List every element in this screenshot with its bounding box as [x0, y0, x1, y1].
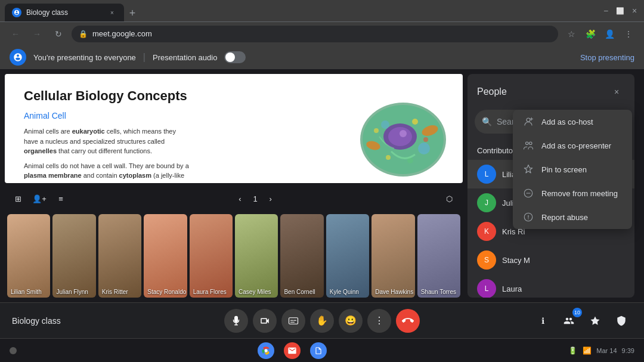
docs-app-icon[interactable]: [310, 342, 327, 359]
lock-icon: 🔒: [79, 30, 88, 38]
stop-presenting-button[interactable]: Stop presenting: [580, 53, 634, 62]
slide-controls-row: ⊞ 👤+ ≡ ‹ 1 › ⬡: [5, 188, 463, 209]
taskbar-left: [10, 347, 17, 354]
browser-toolbar: ← → ↻ 🔒 meet.google.com ☆ 🧩 👤 ⋮: [0, 21, 644, 45]
address-bar[interactable]: 🔒 meet.google.com: [72, 26, 558, 42]
presenting-text: You're presenting to everyone: [33, 53, 136, 62]
menu-item-remove[interactable]: Remove from meeting: [513, 181, 632, 205]
participant-row-stacy[interactable]: S Stacy M: [467, 246, 634, 274]
participant-name-ben: Ben Cornell: [284, 289, 315, 295]
share-button[interactable]: ⬡: [441, 190, 458, 207]
more-options-button[interactable]: ⋮: [367, 309, 391, 333]
people-button[interactable]: 10: [558, 310, 580, 332]
cohost-icon: [522, 116, 534, 128]
reload-button[interactable]: ↻: [50, 26, 67, 42]
slide-nav-controls: ‹ 1 ›: [231, 190, 278, 207]
participant-row-laura[interactable]: L Laura: [467, 274, 634, 298]
participant-photo-dave: [371, 214, 414, 298]
pin-icon: [522, 163, 534, 175]
next-slide-button[interactable]: ›: [262, 190, 279, 207]
menu-item-report[interactable]: Report abuse: [513, 205, 632, 229]
grid-view-button[interactable]: ⊞: [10, 190, 26, 207]
participant-tile-kyle: Kyle Quinn: [326, 214, 369, 298]
slide-number: 1: [253, 194, 257, 203]
participant-name-kyle: Kyle Quinn: [330, 289, 359, 295]
svg-point-9: [412, 119, 418, 125]
menu-label-add-copresenter: Add as co-presenter: [541, 141, 611, 150]
menu-item-add-cohost[interactable]: Add as co-host: [513, 110, 632, 134]
browser-titlebar: Biology class × + − ⬜ ×: [0, 0, 644, 21]
info-button[interactable]: ℹ: [532, 310, 553, 332]
reactions-button[interactable]: 😀: [339, 309, 363, 333]
captions-button[interactable]: [281, 309, 305, 333]
tab-group: Biology class × +: [5, 0, 141, 21]
activities-button[interactable]: [584, 310, 606, 332]
participant-tile-julian: Julian Flynn: [52, 214, 95, 298]
slide-container: Cellular Biology Concepts Animal Cell An…: [5, 74, 463, 183]
participant-tile-shaun: Shaun Torres: [417, 214, 460, 298]
participant-photo-ben: [280, 214, 323, 298]
participant-row-name-laura: Laura: [502, 284, 625, 293]
separator: |: [143, 52, 145, 63]
extensions-button[interactable]: 🧩: [582, 26, 599, 42]
taskbar: 🔋 📶 Mar 14 9:39: [0, 338, 644, 362]
chrome-app-icon[interactable]: [258, 342, 274, 359]
taskbar-date: Mar 14: [596, 347, 617, 354]
participant-tile-kris: Kris Ritter: [98, 214, 141, 298]
meet-content: Cellular Biology Concepts Animal Cell An…: [0, 69, 644, 302]
panel-close-button[interactable]: ×: [608, 83, 625, 100]
menu-label-remove: Remove from meeting: [541, 189, 618, 198]
copresenter-icon: [522, 140, 534, 151]
participant-photo-laura: [190, 214, 233, 298]
bookmark-star-button[interactable]: ☆: [563, 26, 580, 42]
mic-button[interactable]: [224, 309, 248, 333]
raise-hand-button[interactable]: ✋: [310, 309, 334, 333]
slide-body: Animal cells are eukaryotic cells, which…: [24, 126, 191, 183]
active-tab[interactable]: Biology class ×: [5, 4, 124, 21]
svg-point-11: [386, 155, 391, 160]
forward-button[interactable]: →: [29, 26, 45, 42]
participant-tile-ben: Ben Cornell: [280, 214, 323, 298]
participant-photo-casey: [235, 214, 278, 298]
host-controls-button[interactable]: [611, 310, 632, 332]
add-person-button[interactable]: 👤+: [31, 190, 48, 207]
menu-item-add-copresenter[interactable]: Add as co-presenter: [513, 134, 632, 157]
window-close-button[interactable]: ×: [630, 6, 639, 16]
gmail-app-icon[interactable]: [284, 342, 301, 359]
taskbar-dot: [10, 347, 17, 354]
participant-tile-dave: Dave Hawkins: [371, 214, 414, 298]
prev-slide-button[interactable]: ‹: [231, 190, 248, 207]
svg-point-21: [528, 218, 529, 219]
presentation-audio-toggle[interactable]: [224, 51, 246, 63]
list-view-button[interactable]: ≡: [52, 190, 69, 207]
participant-avatar-julian: J: [477, 193, 496, 212]
participant-row-name-stacy: Stacy M: [502, 256, 625, 265]
participant-photo-julian: [52, 214, 95, 298]
menu-item-pin[interactable]: Pin to screen: [513, 157, 632, 181]
tab-title: Biology class: [26, 8, 103, 17]
presenter-avatar: [10, 49, 26, 66]
participant-name-lilian: Lilian Smith: [11, 289, 42, 295]
toggle-knob: [225, 52, 235, 62]
menu-label-add-cohost: Add as co-host: [541, 117, 593, 126]
end-call-button[interactable]: [396, 309, 420, 333]
search-icon: 🔍: [482, 117, 492, 126]
minimize-button[interactable]: −: [601, 6, 611, 16]
camera-button[interactable]: [253, 309, 277, 333]
new-tab-button[interactable]: +: [124, 5, 141, 21]
tab-favicon: [12, 8, 21, 17]
svg-point-10: [374, 128, 379, 133]
taskbar-right: 🔋 📶 Mar 14 9:39: [568, 346, 634, 355]
maximize-button[interactable]: ⬜: [615, 6, 625, 16]
participant-name-julian: Julian Flynn: [56, 289, 88, 295]
people-panel: People × 🔍 Contributors 10 ▲ L Lili: [467, 74, 634, 298]
back-button[interactable]: ←: [7, 26, 24, 42]
more-menu-button[interactable]: ⋮: [620, 26, 637, 42]
slide-toolbar-left: ⊞ 👤+ ≡: [10, 190, 69, 207]
presentation-area: Cellular Biology Concepts Animal Cell An…: [0, 69, 467, 302]
panel-header: People ×: [467, 74, 634, 110]
participant-tile-casey: Casey Miles: [235, 214, 278, 298]
profile-button[interactable]: 👤: [601, 26, 618, 42]
menu-label-pin: Pin to screen: [541, 165, 587, 174]
tab-close-button[interactable]: ×: [107, 8, 117, 17]
